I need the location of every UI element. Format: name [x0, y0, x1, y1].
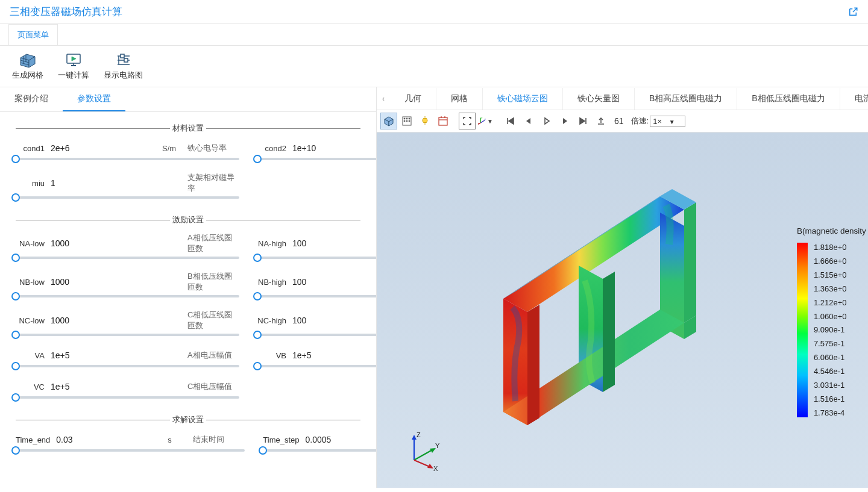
svg-point-15	[406, 118, 407, 119]
page-title: 三相变压器磁场仿真计算	[10, 5, 122, 19]
param-slider-na_low[interactable]	[16, 257, 239, 259]
param-slider-time_step[interactable]	[263, 449, 376, 452]
svg-line-28	[480, 120, 485, 123]
axis-y-label: Y	[435, 442, 440, 449]
legend-tick: 1.212e+0	[814, 298, 847, 307]
param-input-vb[interactable]	[291, 348, 376, 363]
tab-mesh[interactable]: 网格	[436, 88, 483, 110]
slider-thumb[interactable]	[11, 254, 20, 262]
view-3d-icon[interactable]	[380, 113, 397, 129]
fit-to-screen-icon[interactable]	[459, 113, 476, 129]
param-input-time_step[interactable]	[304, 432, 376, 447]
param-name-va: VA	[16, 351, 45, 360]
tab-geometry[interactable]: 几何	[390, 88, 436, 110]
slider-thumb[interactable]	[253, 331, 262, 339]
legend-tick: 3.031e-1	[814, 381, 847, 390]
param-input-va[interactable]	[49, 348, 157, 363]
legend-tick: 1.666e+0	[814, 257, 847, 266]
play-icon[interactable]	[538, 113, 555, 129]
param-name-vc: VC	[16, 382, 45, 391]
param-input-cond1[interactable]	[49, 141, 157, 155]
param-slider-time_end[interactable]	[16, 449, 245, 452]
speed-label: 倍速:	[631, 116, 649, 126]
grid-points-icon[interactable]	[398, 113, 415, 129]
slider-thumb[interactable]	[11, 446, 20, 455]
param-slider-nc_low[interactable]	[16, 334, 239, 336]
slider-thumb[interactable]	[11, 331, 20, 339]
show-circuit-button[interactable]: 显示电路图	[99, 49, 148, 83]
param-slider-va[interactable]	[16, 365, 239, 367]
slider-thumb[interactable]	[253, 362, 262, 370]
param-slider-na_high[interactable]	[257, 257, 376, 259]
param-input-nc_low[interactable]	[49, 313, 157, 328]
param-slider-vb[interactable]	[257, 365, 376, 367]
svg-marker-48	[412, 435, 417, 440]
axis-orient-icon[interactable]: yzx ▼	[477, 113, 494, 129]
param-unit: s	[168, 435, 188, 444]
page-menu-tab[interactable]: 页面菜单	[8, 24, 58, 45]
toolbar-label: 显示电路图	[104, 70, 143, 81]
speed-select[interactable]: 1× ▼	[650, 116, 685, 127]
generate-mesh-button[interactable]: 生成网格	[7, 49, 48, 83]
tab-flux-contour[interactable]: 铁心磁场云图	[483, 88, 563, 110]
param-name-nb_low: NB-low	[16, 278, 45, 287]
tab-b-low-force[interactable]: B相低压线圈电磁力	[737, 88, 840, 110]
first-frame-icon[interactable]	[502, 113, 519, 129]
tab-case-intro[interactable]: 案例介绍	[0, 87, 63, 111]
viewer-3d[interactable]: Z Y X B(magnetic density flux) Magnitude…	[377, 132, 868, 488]
param-name-vb: VB	[257, 351, 286, 360]
slider-thumb[interactable]	[11, 362, 20, 370]
param-unit: S/m	[162, 144, 183, 153]
section-title: 材料设置	[170, 123, 206, 134]
param-input-vc[interactable]	[49, 379, 157, 394]
legend-tick: 1.783e-4	[814, 408, 847, 417]
export-icon[interactable]	[593, 113, 609, 129]
compute-button[interactable]: 一键计算	[53, 49, 94, 83]
tabs-scroll-left-icon[interactable]: ‹	[377, 95, 390, 103]
calendar-icon[interactable]	[435, 113, 451, 129]
slider-thumb[interactable]	[259, 446, 267, 455]
param-slider-nb_low[interactable]	[16, 295, 239, 297]
legend-tick: 4.546e-1	[814, 367, 847, 376]
param-input-na_high[interactable]	[291, 236, 376, 251]
prev-frame-icon[interactable]	[520, 113, 537, 129]
axis-x-label: X	[433, 465, 438, 472]
light-icon[interactable]	[417, 113, 433, 129]
param-input-time_end[interactable]	[55, 432, 163, 447]
param-slider-nc_high[interactable]	[257, 334, 376, 336]
slider-thumb[interactable]	[11, 193, 20, 202]
next-frame-icon[interactable]	[556, 113, 573, 129]
param-input-nb_high[interactable]	[291, 275, 376, 289]
param-slider-miu[interactable]	[16, 196, 239, 199]
param-input-miu[interactable]	[49, 176, 157, 190]
svg-rect-10	[121, 54, 124, 58]
slider-thumb[interactable]	[11, 155, 20, 163]
param-name-na_high: NA-high	[257, 239, 286, 248]
svg-point-14	[404, 118, 405, 119]
last-frame-icon[interactable]	[574, 113, 591, 129]
param-input-nc_high[interactable]	[291, 313, 376, 328]
slider-thumb[interactable]	[253, 254, 262, 262]
slider-thumb[interactable]	[11, 292, 20, 300]
param-slider-nb_high[interactable]	[257, 295, 376, 297]
slider-thumb[interactable]	[253, 292, 262, 300]
external-link-icon[interactable]	[848, 7, 858, 17]
param-slider-cond2[interactable]	[257, 158, 376, 160]
param-name-na_low: NA-low	[16, 239, 45, 248]
param-input-nb_low[interactable]	[49, 275, 157, 289]
section-title: 求解设置	[170, 414, 206, 425]
slider-thumb[interactable]	[253, 155, 262, 163]
tab-vector[interactable]: 铁心矢量图	[563, 88, 635, 110]
tab-param-settings[interactable]: 参数设置	[63, 87, 125, 111]
param-slider-cond1[interactable]	[16, 158, 239, 160]
tab-b-high-force[interactable]: B相高压线圈电磁力	[635, 88, 737, 110]
legend-tick: 1.818e+0	[814, 243, 847, 252]
param-desc: C相电压幅值	[187, 381, 239, 392]
tab-current[interactable]: 电流结果	[840, 88, 868, 110]
param-name-cond2: cond2	[257, 144, 286, 153]
param-slider-vc[interactable]	[16, 396, 239, 399]
slider-thumb[interactable]	[11, 393, 20, 402]
axis-z-label: Z	[417, 431, 421, 438]
param-input-cond2[interactable]	[291, 141, 376, 155]
param-input-na_low[interactable]	[49, 236, 157, 251]
